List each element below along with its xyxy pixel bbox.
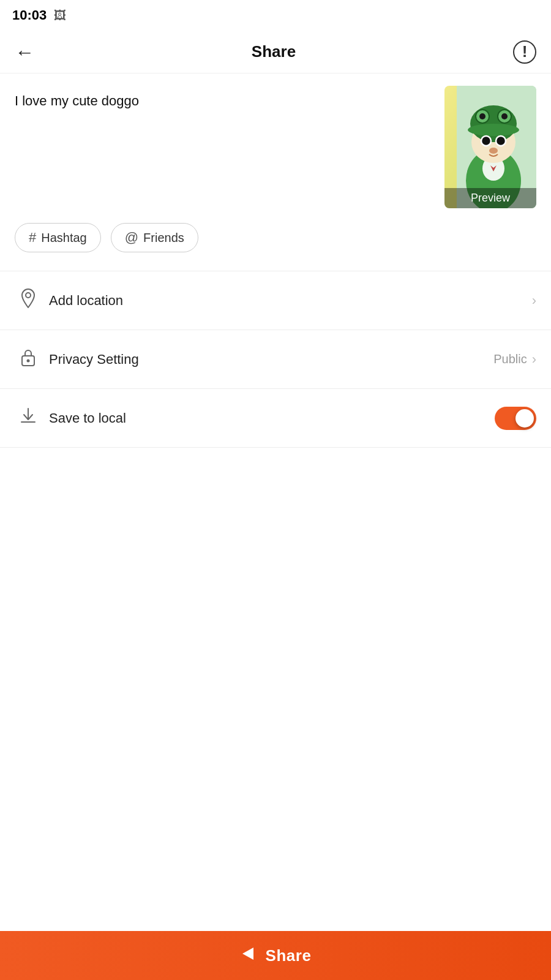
- divider-after-save: [0, 447, 551, 448]
- add-location-row[interactable]: Add location ›: [15, 271, 536, 330]
- svg-point-13: [489, 148, 498, 154]
- lock-icon: [15, 347, 42, 371]
- at-icon: @: [125, 230, 138, 246]
- friends-button[interactable]: @ Friends: [111, 223, 198, 252]
- page-title: Share: [252, 42, 296, 61]
- info-button[interactable]: !: [513, 40, 536, 64]
- privacy-chevron-icon: ›: [532, 352, 536, 368]
- svg-point-15: [26, 293, 31, 298]
- preview-thumbnail[interactable]: Preview: [444, 86, 536, 208]
- svg-point-17: [27, 360, 30, 363]
- tag-row: # Hashtag @ Friends: [15, 223, 536, 252]
- hashtag-button[interactable]: # Hashtag: [15, 223, 101, 252]
- toggle-thumb: [515, 409, 534, 428]
- svg-point-11: [481, 136, 491, 146]
- caption-text[interactable]: I love my cute doggo: [15, 86, 444, 111]
- caption-preview-row: I love my cute doggo: [15, 86, 536, 208]
- privacy-value: Public: [493, 352, 527, 366]
- privacy-setting-label: Privacy Setting: [49, 352, 493, 368]
- save-to-local-toggle[interactable]: [495, 407, 536, 430]
- privacy-setting-row[interactable]: Privacy Setting Public ›: [15, 330, 536, 388]
- save-to-local-row: Save to local: [15, 389, 536, 447]
- share-button[interactable]: Share: [0, 931, 551, 980]
- location-icon: [15, 288, 42, 312]
- svg-point-10: [501, 113, 508, 119]
- friends-label: Friends: [143, 231, 184, 245]
- svg-point-6: [468, 124, 519, 136]
- save-to-local-label: Save to local: [49, 410, 495, 426]
- privacy-setting-right: Public ›: [493, 352, 536, 368]
- hashtag-icon: #: [29, 230, 36, 246]
- preview-label: Preview: [444, 188, 536, 208]
- bottom-spacer: [0, 460, 551, 509]
- svg-point-12: [496, 136, 506, 146]
- main-content: I love my cute doggo: [0, 74, 551, 460]
- add-location-right: ›: [532, 293, 536, 309]
- hashtag-label: Hashtag: [41, 231, 87, 245]
- download-icon: [15, 406, 42, 430]
- svg-point-8: [479, 113, 485, 119]
- status-bar: 10:03 🖼: [0, 0, 551, 31]
- header: ← Share !: [0, 31, 551, 74]
- status-time: 10:03: [12, 7, 47, 23]
- back-button[interactable]: ←: [15, 42, 34, 62]
- save-to-local-right: [495, 407, 536, 430]
- chevron-right-icon: ›: [532, 293, 536, 309]
- add-location-label: Add location: [49, 293, 532, 309]
- camera-icon: 🖼: [54, 9, 66, 23]
- share-button-label: Share: [266, 946, 312, 965]
- share-icon: [240, 945, 257, 967]
